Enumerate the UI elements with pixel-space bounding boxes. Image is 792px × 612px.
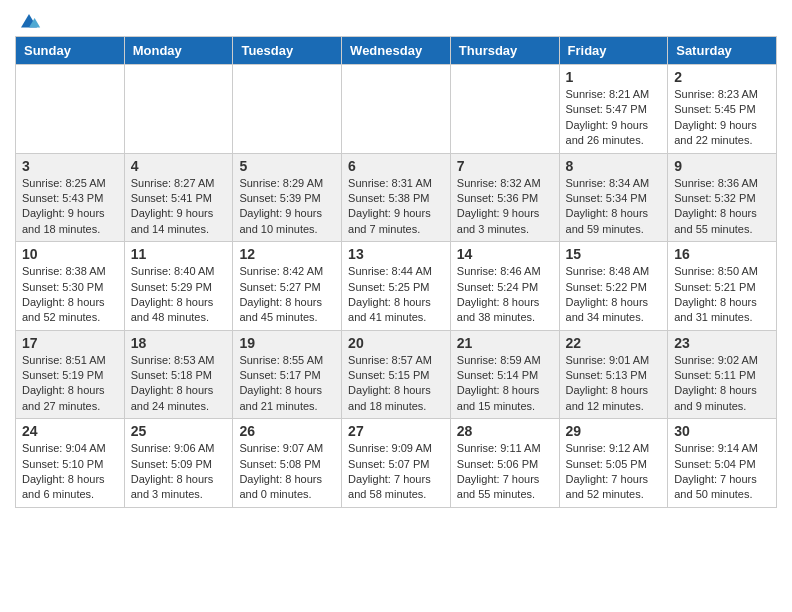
day-number: 14 [457,246,553,262]
day-cell: 18Sunrise: 8:53 AM Sunset: 5:18 PM Dayli… [124,330,233,419]
day-cell: 27Sunrise: 9:09 AM Sunset: 5:07 PM Dayli… [342,419,451,508]
day-number: 1 [566,69,662,85]
day-number: 7 [457,158,553,174]
day-number: 23 [674,335,770,351]
day-cell: 7Sunrise: 8:32 AM Sunset: 5:36 PM Daylig… [450,153,559,242]
day-number: 22 [566,335,662,351]
day-info: Sunrise: 8:25 AM Sunset: 5:43 PM Dayligh… [22,176,118,238]
day-cell: 28Sunrise: 9:11 AM Sunset: 5:06 PM Dayli… [450,419,559,508]
day-cell [450,65,559,154]
day-cell: 24Sunrise: 9:04 AM Sunset: 5:10 PM Dayli… [16,419,125,508]
day-number: 26 [239,423,335,439]
day-cell: 9Sunrise: 8:36 AM Sunset: 5:32 PM Daylig… [668,153,777,242]
day-cell: 23Sunrise: 9:02 AM Sunset: 5:11 PM Dayli… [668,330,777,419]
header-friday: Friday [559,37,668,65]
day-cell: 6Sunrise: 8:31 AM Sunset: 5:38 PM Daylig… [342,153,451,242]
day-number: 2 [674,69,770,85]
day-info: Sunrise: 8:36 AM Sunset: 5:32 PM Dayligh… [674,176,770,238]
day-cell: 2Sunrise: 8:23 AM Sunset: 5:45 PM Daylig… [668,65,777,154]
day-number: 12 [239,246,335,262]
day-number: 13 [348,246,444,262]
day-cell: 25Sunrise: 9:06 AM Sunset: 5:09 PM Dayli… [124,419,233,508]
day-info: Sunrise: 8:32 AM Sunset: 5:36 PM Dayligh… [457,176,553,238]
logo [15,10,41,26]
day-cell: 13Sunrise: 8:44 AM Sunset: 5:25 PM Dayli… [342,242,451,331]
day-cell [342,65,451,154]
day-info: Sunrise: 9:09 AM Sunset: 5:07 PM Dayligh… [348,441,444,503]
day-info: Sunrise: 8:53 AM Sunset: 5:18 PM Dayligh… [131,353,227,415]
day-number: 5 [239,158,335,174]
page: Sunday Monday Tuesday Wednesday Thursday… [0,0,792,518]
week-row-5: 24Sunrise: 9:04 AM Sunset: 5:10 PM Dayli… [16,419,777,508]
day-info: Sunrise: 8:48 AM Sunset: 5:22 PM Dayligh… [566,264,662,326]
day-info: Sunrise: 8:34 AM Sunset: 5:34 PM Dayligh… [566,176,662,238]
day-number: 28 [457,423,553,439]
day-number: 17 [22,335,118,351]
day-number: 4 [131,158,227,174]
day-number: 21 [457,335,553,351]
day-number: 6 [348,158,444,174]
day-info: Sunrise: 9:06 AM Sunset: 5:09 PM Dayligh… [131,441,227,503]
day-cell [16,65,125,154]
day-cell: 19Sunrise: 8:55 AM Sunset: 5:17 PM Dayli… [233,330,342,419]
day-cell: 5Sunrise: 8:29 AM Sunset: 5:39 PM Daylig… [233,153,342,242]
day-number: 15 [566,246,662,262]
day-cell: 16Sunrise: 8:50 AM Sunset: 5:21 PM Dayli… [668,242,777,331]
day-info: Sunrise: 8:21 AM Sunset: 5:47 PM Dayligh… [566,87,662,149]
day-number: 24 [22,423,118,439]
day-info: Sunrise: 8:55 AM Sunset: 5:17 PM Dayligh… [239,353,335,415]
day-info: Sunrise: 8:57 AM Sunset: 5:15 PM Dayligh… [348,353,444,415]
day-number: 25 [131,423,227,439]
week-row-1: 1Sunrise: 8:21 AM Sunset: 5:47 PM Daylig… [16,65,777,154]
day-info: Sunrise: 9:04 AM Sunset: 5:10 PM Dayligh… [22,441,118,503]
day-number: 18 [131,335,227,351]
header-tuesday: Tuesday [233,37,342,65]
day-cell: 26Sunrise: 9:07 AM Sunset: 5:08 PM Dayli… [233,419,342,508]
day-info: Sunrise: 9:11 AM Sunset: 5:06 PM Dayligh… [457,441,553,503]
day-cell: 10Sunrise: 8:38 AM Sunset: 5:30 PM Dayli… [16,242,125,331]
day-info: Sunrise: 9:01 AM Sunset: 5:13 PM Dayligh… [566,353,662,415]
day-number: 3 [22,158,118,174]
day-cell: 21Sunrise: 8:59 AM Sunset: 5:14 PM Dayli… [450,330,559,419]
week-row-2: 3Sunrise: 8:25 AM Sunset: 5:43 PM Daylig… [16,153,777,242]
day-cell: 4Sunrise: 8:27 AM Sunset: 5:41 PM Daylig… [124,153,233,242]
day-info: Sunrise: 8:44 AM Sunset: 5:25 PM Dayligh… [348,264,444,326]
day-cell: 11Sunrise: 8:40 AM Sunset: 5:29 PM Dayli… [124,242,233,331]
day-info: Sunrise: 8:59 AM Sunset: 5:14 PM Dayligh… [457,353,553,415]
day-info: Sunrise: 8:50 AM Sunset: 5:21 PM Dayligh… [674,264,770,326]
day-cell: 20Sunrise: 8:57 AM Sunset: 5:15 PM Dayli… [342,330,451,419]
header-monday: Monday [124,37,233,65]
day-info: Sunrise: 9:02 AM Sunset: 5:11 PM Dayligh… [674,353,770,415]
day-cell: 3Sunrise: 8:25 AM Sunset: 5:43 PM Daylig… [16,153,125,242]
header-wednesday: Wednesday [342,37,451,65]
day-info: Sunrise: 9:07 AM Sunset: 5:08 PM Dayligh… [239,441,335,503]
day-info: Sunrise: 8:38 AM Sunset: 5:30 PM Dayligh… [22,264,118,326]
day-cell [124,65,233,154]
logo-icon [17,10,41,30]
day-number: 11 [131,246,227,262]
day-number: 19 [239,335,335,351]
day-info: Sunrise: 8:40 AM Sunset: 5:29 PM Dayligh… [131,264,227,326]
day-cell: 12Sunrise: 8:42 AM Sunset: 5:27 PM Dayli… [233,242,342,331]
day-cell: 17Sunrise: 8:51 AM Sunset: 5:19 PM Dayli… [16,330,125,419]
day-number: 16 [674,246,770,262]
header-saturday: Saturday [668,37,777,65]
day-number: 29 [566,423,662,439]
day-cell: 8Sunrise: 8:34 AM Sunset: 5:34 PM Daylig… [559,153,668,242]
day-number: 8 [566,158,662,174]
day-cell: 29Sunrise: 9:12 AM Sunset: 5:05 PM Dayli… [559,419,668,508]
day-cell [233,65,342,154]
day-cell: 15Sunrise: 8:48 AM Sunset: 5:22 PM Dayli… [559,242,668,331]
header-thursday: Thursday [450,37,559,65]
day-info: Sunrise: 8:29 AM Sunset: 5:39 PM Dayligh… [239,176,335,238]
day-cell: 30Sunrise: 9:14 AM Sunset: 5:04 PM Dayli… [668,419,777,508]
day-number: 20 [348,335,444,351]
day-info: Sunrise: 8:42 AM Sunset: 5:27 PM Dayligh… [239,264,335,326]
calendar-table: Sunday Monday Tuesday Wednesday Thursday… [15,36,777,508]
day-cell: 1Sunrise: 8:21 AM Sunset: 5:47 PM Daylig… [559,65,668,154]
day-number: 30 [674,423,770,439]
day-info: Sunrise: 8:51 AM Sunset: 5:19 PM Dayligh… [22,353,118,415]
day-info: Sunrise: 8:46 AM Sunset: 5:24 PM Dayligh… [457,264,553,326]
week-row-3: 10Sunrise: 8:38 AM Sunset: 5:30 PM Dayli… [16,242,777,331]
day-info: Sunrise: 9:12 AM Sunset: 5:05 PM Dayligh… [566,441,662,503]
